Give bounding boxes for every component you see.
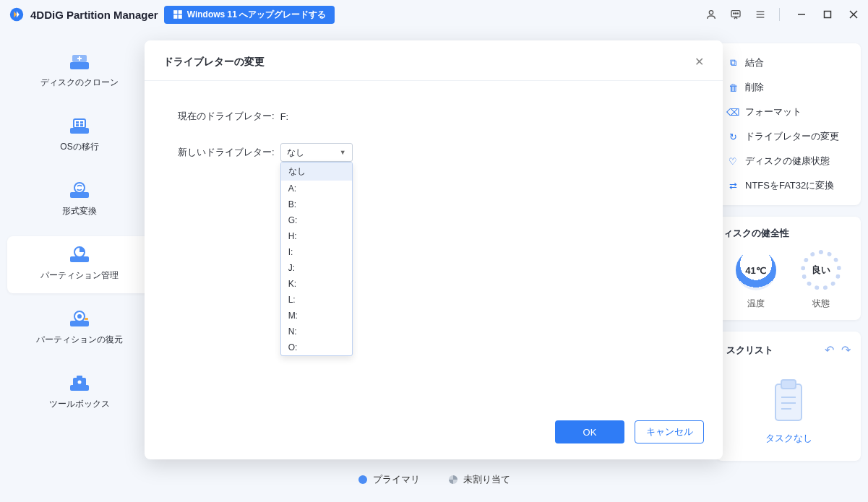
dialog-title: ドライブレターの変更 bbox=[163, 56, 695, 69]
dropdown-option[interactable]: J: bbox=[281, 260, 352, 276]
current-drive-label: 現在のドライブレター: bbox=[178, 110, 275, 123]
dropdown-option[interactable]: G: bbox=[281, 212, 352, 228]
drive-letter-select[interactable]: なし ▼ bbox=[280, 143, 353, 162]
dropdown-option[interactable]: B: bbox=[281, 196, 352, 212]
dropdown-option[interactable]: H: bbox=[281, 228, 352, 244]
drive-letter-dropdown: なし A: B: G: H: I: J: K: L: M: N: O: bbox=[280, 162, 353, 356]
cancel-button[interactable]: キャンセル bbox=[635, 420, 704, 443]
dropdown-option[interactable]: O: bbox=[281, 339, 352, 355]
dialog-close-button[interactable]: ✕ bbox=[695, 55, 704, 69]
dropdown-option[interactable]: I: bbox=[281, 244, 352, 260]
select-value: なし bbox=[287, 147, 304, 159]
dropdown-option[interactable]: A: bbox=[281, 181, 352, 196]
dropdown-option[interactable]: M: bbox=[281, 308, 352, 324]
new-drive-label: 新しいドライブレター: bbox=[178, 146, 275, 159]
dropdown-option[interactable]: なし bbox=[281, 163, 352, 181]
ok-button[interactable]: OK bbox=[555, 420, 624, 443]
dropdown-option[interactable]: N: bbox=[281, 324, 352, 339]
dropdown-option[interactable]: K: bbox=[281, 276, 352, 292]
dropdown-option[interactable]: L: bbox=[281, 292, 352, 308]
current-drive-row: 現在のドライブレター: F: bbox=[178, 110, 689, 123]
chevron-down-icon: ▼ bbox=[340, 149, 346, 156]
current-drive-value: F: bbox=[280, 111, 289, 122]
change-drive-letter-dialog: ドライブレターの変更 ✕ 現在のドライブレター: F: 新しいドライブレター: … bbox=[145, 40, 723, 459]
